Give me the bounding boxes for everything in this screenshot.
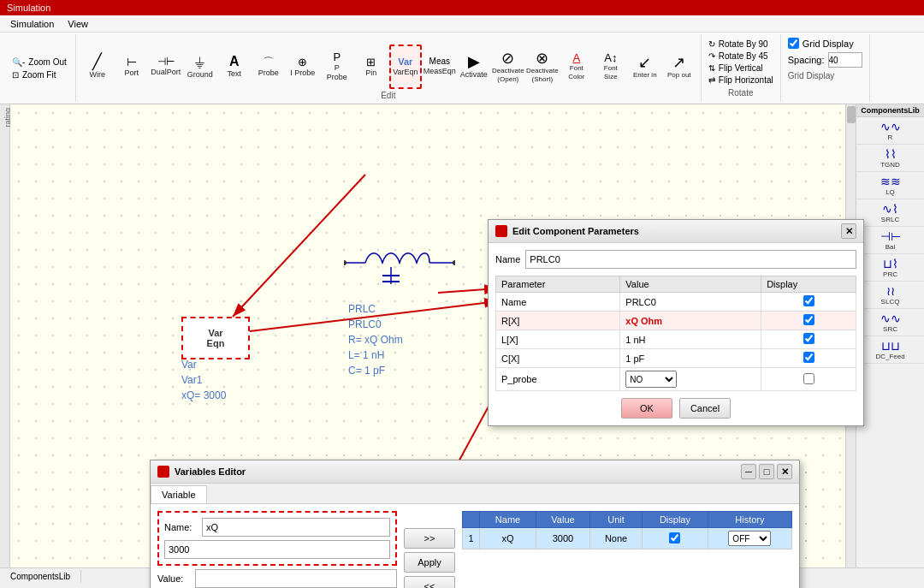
grid-spacing-label: Spacing: xyxy=(788,55,825,65)
variables-editor-title[interactable]: Variables Editor ─ □ ✕ xyxy=(151,460,799,484)
edit-component-title-label: Edit Component Parameters xyxy=(512,226,639,236)
component-LQ[interactable]: ≋≋ LQ xyxy=(856,172,924,199)
fliphorizontal-row: ⇄ Flip Horizontal xyxy=(708,75,773,85)
param-display[interactable] xyxy=(761,368,856,391)
ve-row-history[interactable]: OFF ON xyxy=(708,528,791,549)
text-button[interactable]: A Text xyxy=(218,45,251,89)
component-TGND[interactable]: ⌇⌇ TGND xyxy=(856,145,924,172)
param-value[interactable]: 1 pF xyxy=(620,349,761,368)
component-SRLC[interactable]: ∿⌇ SRLC xyxy=(856,199,924,227)
ve-row-display[interactable] xyxy=(643,528,708,549)
ve-row-value[interactable]: 3000 xyxy=(536,528,590,549)
ve-transfer-right-button[interactable]: >> xyxy=(404,528,455,549)
text-label: Text xyxy=(228,69,242,79)
ve-value-input[interactable] xyxy=(195,569,397,588)
p-probe-select[interactable]: NO YES xyxy=(625,371,677,388)
param-display[interactable] xyxy=(761,312,856,330)
param-value[interactable]: PRLC0 xyxy=(620,293,761,312)
grid-spacing-input[interactable] xyxy=(828,52,862,68)
ve-history-select[interactable]: OFF ON xyxy=(728,531,771,546)
edit-tools-group: ╱ Wire ⊢ Port ⊣⊢ DualPort ⏚ Ground A Tex… xyxy=(76,34,702,102)
param-display[interactable] xyxy=(761,330,856,349)
menu-view[interactable]: View xyxy=(61,17,95,31)
component-PRC[interactable]: ⊔⌇ PRC xyxy=(856,254,924,282)
probe-button[interactable]: ⌒ Probe xyxy=(252,45,285,89)
ve-variable-tab[interactable]: Variable xyxy=(151,485,207,503)
param-value[interactable]: xQ Ohm xyxy=(620,312,761,330)
deactivate-short-button[interactable]: ⊗ Deactivate (Short) xyxy=(526,45,559,89)
ve-apply-button[interactable]: Apply xyxy=(404,552,455,573)
component-SRLC-label: SRLC xyxy=(881,216,899,223)
vareqn-button[interactable]: Var VarEqn xyxy=(389,45,422,89)
bottom-components-lib-tab[interactable]: ComponentsLib xyxy=(0,570,81,583)
activate-button[interactable]: ▶ Activate xyxy=(458,45,490,89)
ve-value-number-input[interactable] xyxy=(164,540,390,559)
table-row[interactable]: L[X] 1 nH xyxy=(496,330,856,349)
deactivate-open-button[interactable]: ⊘ Deactivate (Open) xyxy=(492,45,524,89)
grid-display-checkbox[interactable] xyxy=(788,38,799,49)
component-SRC[interactable]: ∿∿ SRC xyxy=(856,309,924,336)
port-button[interactable]: ⊢ Port xyxy=(116,45,148,89)
fontsize-label: Font Size xyxy=(597,64,625,80)
zoom-out-button[interactable]: 🔍- Zoom Out xyxy=(10,56,68,68)
ve-col-history: History xyxy=(708,512,791,528)
pin-button[interactable]: ⊞ Pin xyxy=(355,45,388,89)
param-value[interactable]: 1 nH xyxy=(620,330,761,349)
dualport-button[interactable]: ⊣⊢ DualPort xyxy=(150,45,182,89)
param-display[interactable] xyxy=(761,293,856,312)
ve-close-button[interactable]: ✕ xyxy=(777,464,792,479)
grid-display-group-label: Grid Display xyxy=(788,71,834,80)
edit-component-close-button[interactable]: ✕ xyxy=(841,223,856,239)
param-value[interactable]: NO YES xyxy=(620,368,761,391)
ground-icon: ⏚ xyxy=(195,54,204,69)
zoom-fit-button[interactable]: ⊡ Zoom Fit xyxy=(10,69,68,80)
ecp-name-input[interactable] xyxy=(525,250,856,269)
ecp-ok-button[interactable]: OK xyxy=(621,398,672,419)
table-row[interactable]: 1 xQ 3000 None OFF ON xyxy=(463,528,792,549)
param-display[interactable] xyxy=(761,349,856,368)
ve-form: Name: Value: Use ThirdLib murata_cap xyxy=(157,511,397,588)
table-row[interactable]: Name PRLC0 xyxy=(496,293,856,312)
component-R[interactable]: ∿∿ R xyxy=(856,117,924,145)
fontsize-button[interactable]: A↕ Font Size xyxy=(595,45,627,89)
pprobe-button[interactable]: P P Probe xyxy=(321,45,353,89)
ve-row-name[interactable]: xQ xyxy=(480,528,536,549)
prlc-component[interactable]: PRLC PRLC0 R= xQ Ohm L= 1 nH C= 1 pF xyxy=(344,237,455,299)
table-row[interactable]: R[X] xQ Ohm xyxy=(496,312,856,330)
measEqn-button[interactable]: Meas MeasEqn xyxy=(424,45,456,89)
enterin-button[interactable]: ↙ Enter in xyxy=(629,45,661,89)
iprobe-button[interactable]: ⊕ I Probe xyxy=(287,45,319,89)
ve-maximize-button[interactable]: □ xyxy=(759,464,774,479)
right-panel: ComponentsLib ∿∿ R ⌇⌇ TGND ≋≋ LQ ∿⌇ SRLC… xyxy=(856,104,924,567)
ve-transfer-left-button[interactable]: << xyxy=(404,576,455,588)
ground-button[interactable]: ⏚ Ground xyxy=(184,45,216,89)
component-SLCQ-label: SLCQ xyxy=(881,298,900,306)
wire-button[interactable]: ╱ Wire xyxy=(81,45,114,89)
component-SLCQ[interactable]: ≀≀ SLCQ xyxy=(856,282,924,309)
ve-title-content: Variables Editor xyxy=(157,466,246,478)
ve-name-label: Name: xyxy=(164,522,198,532)
popout-button[interactable]: ↗ Pop out xyxy=(663,45,696,89)
table-row[interactable]: C[X] 1 pF xyxy=(496,349,856,368)
ecp-cancel-button[interactable]: Cancel xyxy=(679,398,731,419)
flipvertical-label[interactable]: Flip Vertical xyxy=(719,63,763,73)
component-Bal-symbol: ⊣⊢ xyxy=(880,229,901,243)
fontcolor-button[interactable]: A Font Color xyxy=(560,45,593,89)
scroll-thumb[interactable] xyxy=(847,106,856,123)
rotate90-label[interactable]: Rotate By 90 xyxy=(719,39,768,49)
menu-simulation[interactable]: Simulation xyxy=(3,17,61,31)
ve-row-unit[interactable]: None xyxy=(589,528,642,549)
svg-point-6 xyxy=(453,260,455,265)
svg-point-5 xyxy=(344,260,346,265)
table-row[interactable]: P_probe NO YES xyxy=(496,368,856,391)
var-name2-label: Var1 xyxy=(181,372,226,388)
component-Bal[interactable]: ⊣⊢ Bal xyxy=(856,227,924,254)
ve-minimize-button[interactable]: ─ xyxy=(741,464,756,479)
component-DC_Feed[interactable]: ⊔⊔ DC_Feed xyxy=(856,336,924,364)
fliphorizontal-label[interactable]: Flip Horizontal xyxy=(719,75,773,85)
rotate45-label[interactable]: Rotate By 45 xyxy=(719,51,768,61)
ve-name-input[interactable] xyxy=(202,518,390,537)
vareqn-canvas-box[interactable]: Var Eqn xyxy=(181,317,250,359)
edit-component-dialog-title[interactable]: Edit Component Parameters ✕ xyxy=(489,220,863,243)
pin-label: Pin xyxy=(365,68,376,78)
